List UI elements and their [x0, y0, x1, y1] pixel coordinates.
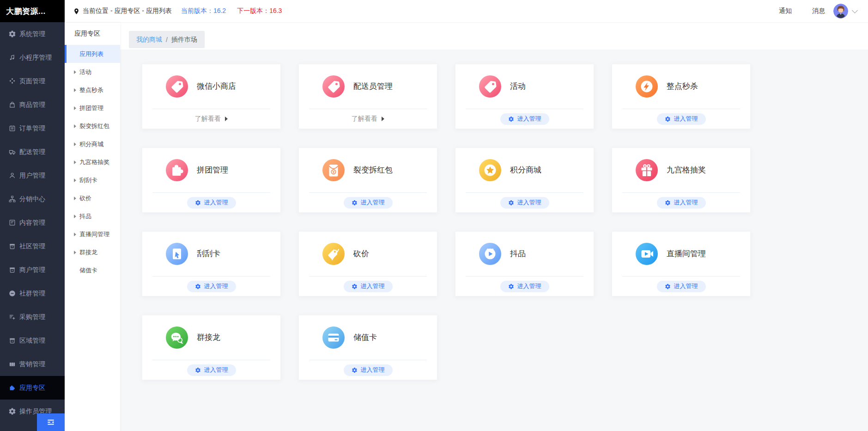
submenu-item-activity[interactable]: 活动 — [65, 63, 120, 81]
gear-icon — [195, 283, 201, 289]
submenu-item-lucky-draw[interactable]: 九宫格抽奖 — [65, 153, 120, 171]
enter-manage-button[interactable]: 进入管理 — [344, 364, 393, 376]
enter-manage-button[interactable]: 进入管理 — [344, 281, 393, 292]
gear-icon — [665, 200, 671, 206]
chevron-right-icon — [74, 142, 76, 146]
app-card-group-buy: 拼团管理 进入管理 — [142, 148, 281, 213]
play-badge-icon — [479, 243, 501, 265]
submenu-item-stored-card[interactable]: 储值卡 — [65, 261, 120, 279]
credit-card-icon — [322, 326, 345, 349]
submenu-item-douping[interactable]: 抖品 — [65, 207, 120, 225]
chevron-right-icon — [74, 106, 76, 110]
current-version: 当前版本：16.2 — [181, 7, 226, 15]
sidebar-collapse-button[interactable] — [37, 413, 65, 431]
messages-link[interactable]: 消息 — [812, 7, 825, 15]
sidebar-item-marketing[interactable]: 营销管理 — [0, 352, 65, 376]
sidebar-item-orders[interactable]: 订单管理 — [0, 117, 65, 140]
sidebar-item-delivery[interactable]: 配送管理 — [0, 140, 65, 164]
sidebar-item-label: 系统管理 — [19, 30, 45, 38]
gear-icon — [352, 367, 358, 373]
submenu-item-live-room[interactable]: 直播间管理 — [65, 225, 120, 243]
submenu-item-points-mall[interactable]: 积分商城 — [65, 135, 120, 153]
enter-manage-button[interactable]: 进入管理 — [657, 281, 706, 292]
submenu-item-flash-sale[interactable]: 整点秒杀 — [65, 81, 120, 99]
enter-manage-button[interactable]: 进入管理 — [344, 197, 393, 209]
app-card-title: 配送员管理 — [353, 81, 393, 92]
submenu-item-group-chain[interactable]: 群接龙 — [65, 243, 120, 261]
app-card-bargain: 砍价 进入管理 — [298, 231, 437, 296]
chevron-right-icon — [74, 233, 76, 236]
submenu-item-bargain[interactable]: 砍价 — [65, 189, 120, 207]
video-camera-icon — [636, 243, 658, 265]
app-card-points-mall: 积分商城 进入管理 — [455, 148, 594, 213]
enter-manage-button[interactable]: 进入管理 — [500, 281, 549, 292]
sidebar-item-label: 商户管理 — [19, 266, 45, 274]
truck-icon — [8, 148, 16, 156]
app-card-live-room: 直播间管理 进入管理 — [612, 231, 751, 296]
plugin-market-area: 微信小商店 了解看看 配送员管理 — [120, 49, 868, 431]
learn-more-link[interactable]: 了解看看 — [352, 115, 384, 123]
goods-bag-icon — [8, 101, 16, 109]
sidebar-item-groups[interactable]: 社群管理 — [0, 282, 65, 305]
enter-manage-button[interactable]: 进入管理 — [657, 197, 706, 209]
sidebar-item-users[interactable]: 用户管理 — [0, 164, 65, 187]
app-logo: 大鹏资源... — [0, 0, 65, 22]
breadcrumb-link-my-mall[interactable]: 我的商城 — [136, 36, 162, 44]
sidebar-item-merchant[interactable]: 商户管理 — [0, 258, 65, 282]
location-pin-icon — [73, 8, 80, 15]
breadcrumb-separator: / — [166, 36, 168, 43]
submenu-item-scratch-card[interactable]: 刮刮卡 — [65, 171, 120, 189]
sub-sidebar: 应用专区 应用列表 活动 整点秒杀 拼团管理 裂变拆红包 积分商城 九宫格抽奖 … — [65, 23, 120, 431]
notifications-link[interactable]: 通知 — [779, 7, 792, 15]
learn-more-link[interactable]: 了解看看 — [195, 115, 228, 123]
sidebar-item-label: 用户管理 — [19, 172, 45, 180]
app-card-title: 裂变拆红包 — [353, 165, 393, 175]
gear-icon — [508, 283, 514, 289]
sidebar-item-label: 社区管理 — [19, 242, 45, 251]
main-nav: 系统管理 小程序管理 页面管理 商品管理 订单管理 配送管理 — [0, 22, 65, 423]
sidebar-item-pages[interactable]: 页面管理 — [0, 69, 65, 93]
tag-icon — [322, 75, 345, 98]
current-location: 当前位置 - 应用专区 - 应用列表 — [73, 7, 172, 15]
enter-manage-button[interactable]: 进入管理 — [187, 364, 236, 376]
app-card-title: 直播间管理 — [667, 248, 706, 259]
enter-manage-button[interactable]: 进入管理 — [187, 281, 236, 292]
slash-tag-icon — [322, 243, 345, 265]
app-card-wechat-ministore: 微信小商店 了解看看 — [142, 64, 281, 129]
breadcrumb-current: 插件市场 — [171, 36, 197, 44]
svg-text:¥: ¥ — [332, 169, 335, 174]
enter-manage-button[interactable]: 进入管理 — [500, 113, 549, 125]
enter-manage-button[interactable]: 进入管理 — [657, 113, 706, 125]
submenu-item-red-packet[interactable]: 裂变拆红包 — [65, 117, 120, 135]
breadcrumb-bar: 我的商城 / 插件市场 — [120, 23, 868, 49]
sidebar-item-apps[interactable]: 应用专区 — [0, 376, 65, 400]
sidebar-item-content[interactable]: 内容管理 — [0, 211, 65, 234]
app-card-title: 九宫格抽奖 — [667, 165, 706, 175]
sidebar-item-distribution[interactable]: 分销中心 — [0, 187, 65, 211]
submenu-item-app-list[interactable]: 应用列表 — [65, 45, 120, 63]
sidebar-item-purchase[interactable]: 采购管理 — [0, 305, 65, 329]
top-bar: 当前位置 - 应用专区 - 应用列表 当前版本：16.2 下一版本：16.3 通… — [65, 0, 868, 23]
gear-icon — [8, 407, 16, 415]
app-card-flash-sale: 整点秒杀 进入管理 — [612, 64, 751, 129]
sidebar-item-region[interactable]: 区域管理 — [0, 329, 65, 352]
sidebar-item-goods[interactable]: 商品管理 — [0, 93, 65, 117]
scratch-card-icon — [166, 243, 188, 265]
sidebar-item-label: 页面管理 — [19, 77, 45, 86]
sidebar-item-system[interactable]: 系统管理 — [0, 22, 65, 46]
sidebar-item-community[interactable]: 社区管理 — [0, 234, 65, 258]
main-sidebar: 大鹏资源... 系统管理 小程序管理 页面管理 商品管理 订单管理 — [0, 0, 65, 431]
enter-manage-button[interactable]: 进入管理 — [500, 197, 549, 209]
sidebar-item-miniprogram[interactable]: 小程序管理 — [0, 46, 65, 69]
user-avatar[interactable] — [833, 4, 848, 18]
puzzle-icon — [166, 159, 188, 181]
submenu-item-group-buy[interactable]: 拼团管理 — [65, 99, 120, 117]
red-envelope-icon: ¥ — [322, 159, 345, 181]
app-card-activity: 活动 进入管理 — [455, 64, 594, 129]
chevron-down-icon[interactable] — [852, 7, 858, 13]
enter-manage-button[interactable]: 进入管理 — [187, 197, 236, 209]
main-content: 我的商城 / 插件市场 微信小商店 — [120, 23, 868, 431]
app-window: 大鹏资源... 系统管理 小程序管理 页面管理 商品管理 订单管理 — [0, 0, 868, 431]
app-card-title: 整点秒杀 — [667, 81, 698, 92]
sidebar-item-label: 区域管理 — [19, 337, 45, 345]
